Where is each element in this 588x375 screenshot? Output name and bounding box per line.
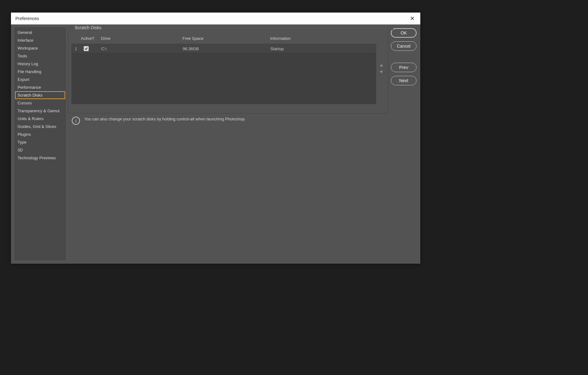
- table-empty-area: [71, 53, 376, 104]
- sidebar-item-scratch-disks[interactable]: Scratch Disks: [15, 91, 65, 99]
- dialog-buttons: OK Cancel Prev Next: [391, 28, 417, 260]
- col-active-header: Active?: [80, 36, 101, 41]
- sidebar-item-technology-previews[interactable]: Technology Previews: [15, 154, 65, 162]
- col-info-header: Information: [270, 36, 376, 41]
- info-icon: i: [72, 117, 80, 125]
- table-header: Active? Drive Free Space Information: [71, 33, 376, 44]
- col-drive-header: Drive: [101, 36, 182, 41]
- sidebar-item-units-rulers[interactable]: Units & Rulers: [15, 115, 65, 123]
- col-free-header: Free Space: [182, 36, 270, 41]
- sidebar-item-history-log[interactable]: History Log: [15, 60, 65, 68]
- sidebar-item-interface[interactable]: Interface: [15, 36, 65, 44]
- sidebar-item-export[interactable]: Export: [15, 76, 65, 83]
- panel-area: Scratch Disks Active? Drive Free Space I…: [68, 28, 388, 260]
- reorder-controls: [378, 33, 385, 104]
- hint-row: i You can also change your scratch disks…: [68, 114, 388, 127]
- sidebar-item-tools[interactable]: Tools: [15, 52, 65, 60]
- fieldset-legend: Scratch Disks: [73, 25, 393, 30]
- sidebar-item-type[interactable]: Type: [15, 138, 65, 146]
- sidebar-item-transparency-gamut[interactable]: Transparency & Gamut: [15, 107, 65, 115]
- scratch-disk-table: Active? Drive Free Space Information 1: [71, 33, 376, 104]
- move-down-icon[interactable]: [380, 71, 383, 74]
- dialog-body: General Interface Workspace Tools Histor…: [11, 24, 420, 264]
- row-drive: C:\: [101, 46, 183, 51]
- sidebar-item-workspace[interactable]: Workspace: [15, 44, 65, 52]
- sidebar-item-performance[interactable]: Performance: [15, 83, 65, 91]
- sidebar-item-3d[interactable]: 3D: [15, 146, 65, 154]
- dialog-title: Preferences: [15, 16, 39, 21]
- checkmark-icon: [84, 47, 88, 50]
- row-information: Startup: [270, 46, 376, 51]
- main-area: Scratch Disks Active? Drive Free Space I…: [68, 28, 417, 260]
- prev-button[interactable]: Prev: [391, 63, 417, 72]
- preferences-dialog: Preferences ✕ General Interface Workspac…: [11, 13, 420, 264]
- next-button[interactable]: Next: [391, 76, 417, 85]
- preferences-sidebar: General Interface Workspace Tools Histor…: [15, 28, 66, 260]
- table-row[interactable]: 1 C:\ 96.36GB Startup: [71, 44, 376, 53]
- sidebar-item-plugins[interactable]: Plugins: [15, 130, 65, 138]
- ok-button[interactable]: OK: [391, 28, 417, 38]
- sidebar-item-cursors[interactable]: Cursors: [15, 99, 65, 107]
- sidebar-item-guides-grid-slices[interactable]: Guides, Grid & Slices: [15, 123, 65, 130]
- sidebar-item-file-handling[interactable]: File Handling: [15, 68, 65, 76]
- close-icon[interactable]: ✕: [408, 14, 417, 23]
- sidebar-item-general[interactable]: General: [15, 29, 65, 36]
- active-checkbox[interactable]: [84, 46, 89, 51]
- move-up-icon[interactable]: [380, 64, 383, 67]
- hint-text: You can also change your scratch disks b…: [84, 116, 246, 122]
- cancel-button[interactable]: Cancel: [391, 41, 417, 51]
- scratch-disks-fieldset: Scratch Disks Active? Drive Free Space I…: [68, 28, 388, 114]
- row-number: 1: [72, 46, 80, 51]
- titlebar: Preferences ✕: [11, 13, 420, 24]
- row-free-space: 96.36GB: [183, 46, 270, 51]
